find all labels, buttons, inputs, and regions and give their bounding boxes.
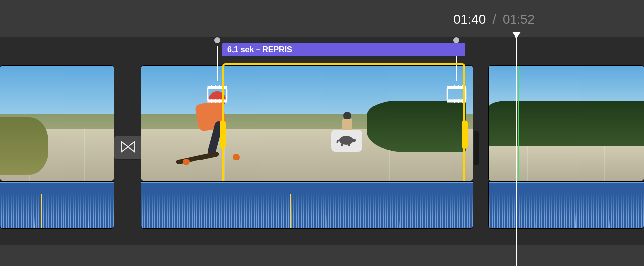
keyframe-connector [217, 46, 218, 81]
turtle-icon [336, 132, 357, 149]
marker-line [518, 66, 519, 181]
playhead[interactable] [516, 33, 517, 266]
timeline-clip[interactable] [488, 65, 644, 181]
timecode-display: 01:40 / 01:52 [453, 12, 535, 27]
transition-cross-dissolve[interactable] [114, 136, 142, 160]
slow-motion-indicator[interactable] [331, 130, 362, 152]
svg-rect-0 [208, 88, 227, 100]
audio-waveform[interactable] [141, 181, 473, 229]
timecode-total: 01:52 [503, 12, 535, 27]
speed-keyframe-handle[interactable] [213, 36, 221, 44]
timeline-clip[interactable] [141, 65, 473, 181]
timecode-separator: / [492, 12, 496, 27]
audio-waveform[interactable] [488, 181, 644, 229]
freeze-frame-icon[interactable] [206, 82, 229, 104]
timeline-clip[interactable] [0, 65, 114, 181]
svg-rect-24 [348, 143, 350, 146]
speed-range-bar[interactable] [144, 39, 222, 45]
clip-edge-scroll-handle[interactable] [474, 131, 479, 165]
freeze-frame-icon[interactable] [445, 82, 468, 104]
svg-rect-23 [341, 143, 343, 146]
speed-range-bar[interactable] [492, 39, 641, 45]
audio-track-row [0, 181, 644, 229]
speed-segment-label[interactable]: 6,1 sek – REPRIS [222, 43, 465, 56]
svg-point-22 [339, 136, 353, 145]
timecode-current: 01:40 [453, 12, 486, 27]
audio-waveform[interactable] [0, 181, 114, 229]
svg-rect-11 [447, 88, 466, 100]
transition-icon [120, 138, 136, 157]
timeline[interactable]: 6,1 sek – REPRIS [0, 37, 644, 245]
